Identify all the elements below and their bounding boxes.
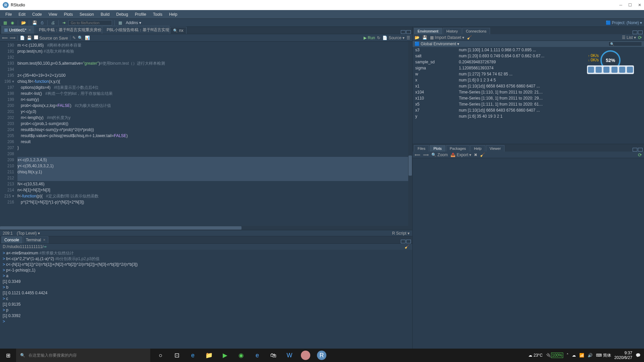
menu-profile[interactable]: Profile <box>131 11 150 18</box>
start-button[interactable]: ⊞ <box>0 349 16 362</box>
source-pane-controls[interactable] <box>401 30 411 34</box>
app-icon-2[interactable] <box>301 351 310 360</box>
edge-icon[interactable]: e <box>185 349 201 362</box>
env-variable[interactable]: ynum [1:6] 35 40 19 3 2 1 <box>413 113 644 119</box>
goto-function-input[interactable] <box>68 20 112 25</box>
find-icon[interactable]: 🔍 <box>78 36 83 40</box>
source-button[interactable]: 📄 Source ▾ <box>382 36 405 40</box>
taskbar-clock[interactable]: 9:372020/6/27 <box>614 351 632 360</box>
close-button[interactable]: ✕ <box>638 3 641 7</box>
zoom-button[interactable]: 🔍 Zoom <box>431 153 448 157</box>
source-tab[interactable]: PBL中稿：基于R语言实现重庆房价走势…× <box>35 26 102 34</box>
tray-chevron-icon[interactable]: ˄ <box>567 353 569 358</box>
refresh-plots-icon[interactable]: ⟳ <box>638 152 642 158</box>
tab-viewer[interactable]: Viewer <box>486 145 504 152</box>
tab-environment[interactable]: Environment <box>414 28 442 34</box>
editor-scrollbar-h[interactable] <box>0 226 412 230</box>
tab-connections[interactable]: Connections <box>462 28 490 34</box>
ime-icon[interactable]: ⌨ 简体 <box>596 353 611 358</box>
menu-code[interactable]: Code <box>29 11 45 18</box>
wand-icon[interactable]: ✎ <box>72 36 76 40</box>
forward-icon[interactable]: ⟹ <box>10 36 15 40</box>
outline-icon[interactable]: ☰ <box>407 36 410 40</box>
compile-icon[interactable]: 📊 <box>85 36 90 40</box>
prev-plot-icon[interactable]: ⟸ <box>415 153 420 157</box>
source-tab[interactable]: Untitled1*× <box>1 26 34 34</box>
store-icon[interactable]: 🛍 <box>266 349 281 362</box>
project-menu[interactable]: 🟦 Project: (None) ▾ <box>606 20 642 25</box>
tab-packages[interactable]: Packages <box>446 145 470 152</box>
env-variable[interactable]: x104Time-Series [1:110, 1] from 2011 to … <box>413 89 644 95</box>
tab-terminal[interactable]: Terminal × <box>23 236 48 243</box>
menu-debug[interactable]: Debug <box>113 11 131 18</box>
env-pane-controls[interactable] <box>633 31 643 34</box>
env-search-input[interactable] <box>608 42 642 46</box>
find-tab[interactable]: 🔍 nx <box>170 27 186 34</box>
next-plot-icon[interactable]: ⟹ <box>423 153 429 157</box>
battery-icon[interactable]: 🔌100% <box>546 353 564 358</box>
open-file-icon[interactable]: 📂 <box>20 20 26 26</box>
clear-plots-icon[interactable]: 🧹 <box>480 153 485 157</box>
scope-selector[interactable]: 🟦 Global Environment ▾ <box>415 42 459 46</box>
env-variable[interactable]: x5Time-Series [1:111, 1] from 2011 to 20… <box>413 101 644 107</box>
minimize-button[interactable]: ─ <box>619 3 622 7</box>
menu-tools[interactable]: Tools <box>150 11 166 18</box>
app-icon-1[interactable]: ◉ <box>233 349 249 362</box>
tab-help[interactable]: Help <box>470 145 485 152</box>
grid-icon[interactable]: ▦ <box>117 20 123 26</box>
import-dataset-dropdown[interactable]: ▦ Import Dataset ▾ <box>430 35 464 40</box>
editor-scrollbar-v[interactable] <box>408 42 412 226</box>
clear-console-icon[interactable]: 🧹 <box>405 244 410 249</box>
back-icon[interactable]: ⟸ <box>2 36 8 40</box>
menu-help[interactable]: Help <box>166 11 181 18</box>
save-icon[interactable]: 💾 <box>27 36 32 40</box>
env-variable[interactable]: x1num [1:10(1d)] 6658 6483 6756 6860 640… <box>413 83 644 89</box>
new-file-icon[interactable]: ▦ <box>2 20 8 26</box>
source-tab[interactable]: PBL小组报告终稿：基于R语言实现重庆…× <box>102 26 169 34</box>
new-project-icon[interactable]: ◉ <box>9 20 15 26</box>
save-workspace-icon[interactable]: 💾 <box>422 35 427 40</box>
cortana-icon[interactable]: ○ <box>153 349 168 362</box>
console-pane-controls[interactable] <box>401 240 411 243</box>
menu-edit[interactable]: Edit <box>15 11 29 18</box>
weather-icon[interactable]: ☁ 23°C <box>528 353 542 358</box>
env-variable[interactable]: xnum [1:6] 0 1 2 3 4 5 <box>413 77 644 83</box>
wifi-icon[interactable]: 📶 <box>579 353 584 358</box>
ie-icon[interactable]: e <box>250 349 265 362</box>
menu-build[interactable]: Build <box>97 11 113 18</box>
tab-plots[interactable]: Plots <box>430 145 445 152</box>
rstudio-taskbar-icon[interactable]: R <box>317 351 326 360</box>
env-variable[interactable]: x7num [1:10(1d)] 6658 6483 6756 6860 640… <box>413 107 644 113</box>
maximize-button[interactable]: ☐ <box>628 3 632 7</box>
media-icon[interactable]: ▶ <box>217 349 233 362</box>
tab-files[interactable]: Files <box>414 145 429 152</box>
scope-indicator[interactable]: (Top Level) ▾ <box>17 231 40 236</box>
explorer-icon[interactable]: 📁 <box>201 349 217 362</box>
plots-pane-controls[interactable] <box>633 148 643 152</box>
console-output[interactable]: > a<-mle$maximum #所求极大似然估计> b<-c(a^2,2*a… <box>0 250 412 349</box>
remove-plot-icon[interactable]: ✖ <box>474 153 477 157</box>
save-icon[interactable]: 💾 <box>32 20 38 26</box>
taskbar-search[interactable]: 🔍 在这里输入你要搜索的内容 <box>16 349 150 362</box>
export-dropdown[interactable]: 📤 Export ▾ <box>450 153 471 157</box>
language-indicator[interactable]: R Script ▾ <box>392 231 410 236</box>
refresh-icon[interactable]: ⟳ <box>638 35 642 40</box>
clear-workspace-icon[interactable]: 🧹 <box>467 35 472 40</box>
goto-icon[interactable]: ➜ <box>61 20 67 26</box>
floating-toolbar-overlay[interactable] <box>587 65 634 74</box>
print-icon[interactable]: 🖨 <box>50 20 56 26</box>
source-on-save-checkbox[interactable] <box>34 35 38 40</box>
save-all-icon[interactable]: ⎙ <box>39 20 45 26</box>
menu-file[interactable]: File <box>2 11 15 18</box>
volume-icon[interactable]: 🔊 <box>588 353 593 358</box>
word-icon[interactable]: W <box>282 349 297 362</box>
rerun-icon[interactable]: ↻ <box>377 36 380 40</box>
tab-console[interactable]: Console <box>1 236 22 243</box>
task-view-icon[interactable]: ⊡ <box>169 349 184 362</box>
tab-history[interactable]: History <box>443 28 462 34</box>
menu-session[interactable]: Session <box>76 11 97 18</box>
env-variable[interactable]: x110Time-Series [1:108, 1] from 2011 to … <box>413 95 644 101</box>
show-doc-icon[interactable]: 📄 <box>20 36 25 40</box>
view-mode-dropdown[interactable]: ☰ List ▾ <box>622 35 636 40</box>
onedrive-icon[interactable]: ☁ <box>572 353 576 358</box>
